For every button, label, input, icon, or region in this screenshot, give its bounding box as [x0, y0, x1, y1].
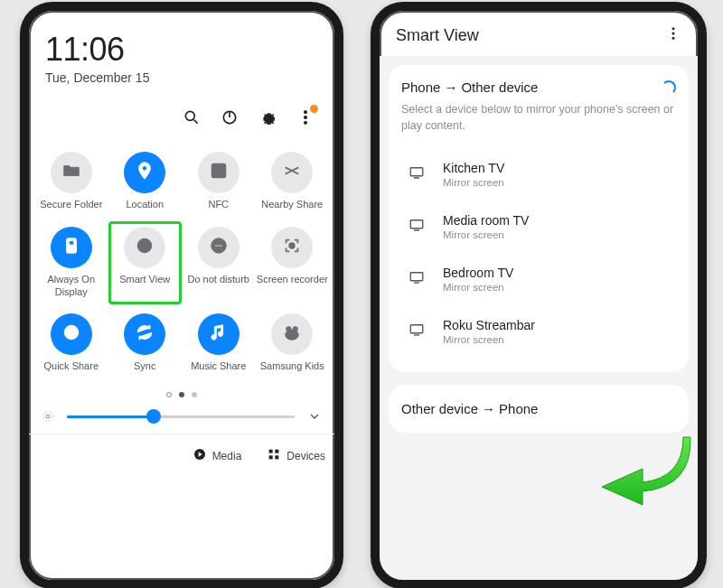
- clock-area: 11:06 Tue, December 15: [29, 11, 334, 90]
- search-icon[interactable]: [183, 108, 201, 130]
- quick-share-icon: [61, 322, 81, 346]
- card-heading: Phone → Other device: [401, 79, 676, 95]
- tile-do-not-disturb[interactable]: Do not disturb: [182, 219, 256, 307]
- devices-button[interactable]: Devices: [267, 447, 325, 464]
- play-circle-icon: [192, 447, 207, 464]
- quick-settings-phone: 11:06 Tue, December 15 Secure Folder Loc…: [20, 2, 343, 588]
- svg-marker-10: [143, 244, 146, 247]
- tv-icon: [407, 217, 427, 237]
- device-item-kitchen-tv[interactable]: Kitchen TV Mirror screen: [401, 148, 676, 201]
- devices-grid-icon: [267, 447, 281, 464]
- smart-view-phone: Smart View Phone → Other device Select a…: [371, 2, 707, 588]
- smart-view-body: Phone → Other device Select a device bel…: [380, 56, 698, 588]
- tile-samsung-kids[interactable]: Samsung Kids: [256, 306, 330, 381]
- power-icon[interactable]: [221, 108, 239, 130]
- music-share-icon: [209, 322, 229, 346]
- clock-time: 11:06: [45, 31, 318, 69]
- tile-music-share[interactable]: Music Share: [182, 306, 256, 381]
- nearby-share-icon: [282, 161, 302, 184]
- card-heading: Other device → Phone: [401, 401, 676, 416]
- svg-rect-31: [410, 220, 423, 229]
- device-list: Kitchen TV Mirror screen Media room TV M…: [401, 148, 676, 358]
- tv-icon: [407, 269, 427, 289]
- more-vert-icon[interactable]: [665, 25, 681, 45]
- brightness-low-icon: [38, 406, 58, 426]
- brightness-expand-icon[interactable]: [304, 409, 325, 424]
- screen-recorder-icon: [282, 236, 302, 259]
- svg-point-27: [672, 33, 675, 35]
- svg-rect-22: [269, 450, 273, 453]
- media-button[interactable]: Media: [192, 447, 242, 464]
- loading-spinner-icon: [662, 80, 676, 95]
- svg-rect-25: [276, 455, 279, 459]
- svg-point-28: [672, 37, 675, 40]
- svg-rect-29: [410, 168, 423, 176]
- clock-date: Tue, December 15: [45, 70, 318, 85]
- device-item-roku-streambar[interactable]: Roku Streambar Mirror screen: [401, 305, 676, 358]
- tile-location[interactable]: Location: [108, 145, 183, 219]
- tile-screen-recorder[interactable]: Screen recorder: [256, 219, 330, 307]
- tile-always-on-display[interactable]: Always On Display: [34, 219, 108, 307]
- svg-point-13: [290, 243, 296, 248]
- tile-nearby-share[interactable]: Nearby Share: [256, 145, 330, 219]
- dnd-icon: [209, 236, 229, 259]
- brightness-slider[interactable]: [29, 405, 334, 434]
- svg-point-17: [286, 331, 299, 341]
- svg-point-5: [304, 116, 306, 118]
- smart-view-header: Smart View: [380, 11, 698, 56]
- arrow-right-icon: →: [444, 79, 457, 95]
- page-indicator[interactable]: [29, 392, 334, 397]
- annotation-arrow-icon: [593, 428, 692, 527]
- notification-badge-icon: [310, 105, 318, 113]
- svg-rect-12: [214, 245, 222, 247]
- svg-rect-33: [410, 273, 423, 281]
- card-subtitle: Select a device below to mirror your pho…: [401, 102, 676, 134]
- more-vert-icon[interactable]: [296, 108, 315, 130]
- device-to-phone-card[interactable]: Other device → Phone: [389, 385, 689, 433]
- tile-nfc[interactable]: NFC: [182, 145, 256, 219]
- svg-point-19: [43, 412, 53, 422]
- svg-point-26: [672, 27, 675, 30]
- page-title: Smart View: [396, 26, 479, 45]
- tile-secure-folder[interactable]: Secure Folder: [34, 145, 108, 219]
- phone-to-device-card: Phone → Other device Select a device bel…: [389, 65, 689, 372]
- svg-rect-35: [410, 325, 423, 333]
- bottom-bar: Media Devices: [29, 434, 334, 479]
- brightness-track[interactable]: [67, 415, 295, 418]
- device-item-media-room-tv[interactable]: Media room TV Mirror screen: [401, 201, 676, 253]
- arrow-right-icon: →: [482, 401, 495, 416]
- tile-sync[interactable]: Sync: [108, 306, 183, 381]
- tv-icon: [407, 322, 427, 341]
- smart-view-icon: [135, 236, 155, 259]
- tile-smart-view[interactable]: Smart View: [108, 219, 183, 307]
- svg-point-6: [304, 121, 306, 124]
- tile-quick-share[interactable]: Quick Share: [34, 306, 108, 381]
- nfc-icon: [209, 161, 229, 184]
- kids-icon: [282, 322, 302, 346]
- svg-rect-9: [69, 240, 74, 245]
- tv-icon: [407, 164, 427, 184]
- quick-tiles-grid: Secure Folder Location NFC Nearby Share …: [29, 135, 334, 385]
- sync-icon: [135, 322, 155, 346]
- folder-icon: [61, 161, 81, 184]
- svg-line-1: [194, 120, 198, 124]
- svg-point-18: [46, 415, 50, 418]
- svg-point-0: [185, 111, 194, 120]
- settings-icon[interactable]: [258, 108, 277, 130]
- svg-rect-24: [269, 455, 273, 459]
- device-item-bedroom-tv[interactable]: Bedroom TV Mirror screen: [401, 253, 676, 305]
- location-icon: [135, 161, 155, 184]
- svg-point-4: [304, 111, 306, 114]
- utility-row: [29, 90, 334, 135]
- aod-icon: [61, 236, 81, 259]
- svg-rect-23: [276, 450, 279, 453]
